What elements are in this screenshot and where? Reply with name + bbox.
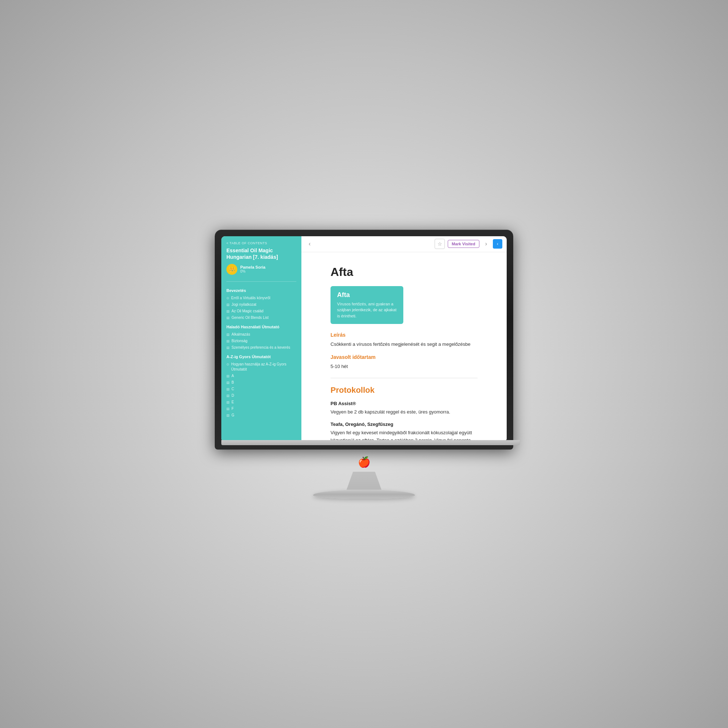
toolbar: ‹ ☆ Mark Visited › ‹ — [301, 236, 507, 252]
sidebar-item-a[interactable]: ▤ A — [226, 373, 296, 379]
doc-icon-11: ▤ — [226, 400, 230, 405]
sidebar-item-errol[interactable]: ⊙ Erről a Virtuális könyvről — [226, 295, 296, 301]
author-info: Pamela Soria 0% — [240, 265, 265, 273]
sidebar-item-d[interactable]: ▤ D — [226, 392, 296, 399]
doc-icon-5: ▤ — [226, 339, 230, 344]
avatar: 👑 — [226, 264, 237, 275]
stand-neck — [342, 472, 386, 490]
toolbar-right: ☆ Mark Visited › ‹ — [434, 239, 502, 249]
protocol-text-0: Vegyen be 2 db kapszulát reggel és este,… — [330, 408, 477, 416]
next-button[interactable]: › — [482, 239, 490, 249]
sidebar-item-oilmagic[interactable]: ▤ Az Oil Magic család — [226, 308, 296, 315]
nav-section-title-halado: Haladó Használati Útmutató — [226, 325, 296, 329]
nav-section-title-az: A-Z-ig Gyors Útmutatót — [226, 355, 296, 359]
circle-icon-2: ⊙ — [226, 362, 229, 367]
doc-icon-12: ▤ — [226, 407, 230, 411]
sidebar-item-e[interactable]: ▤ E — [226, 399, 296, 405]
protocol-name-1: Teafa, Oregánó, Szegfűszeg — [330, 422, 477, 427]
doc-icon-9: ▤ — [226, 387, 230, 392]
doc-icon-10: ▤ — [226, 393, 230, 398]
monitor-bezel: < TABLE OF CONTENTS Essential Oil Magic … — [221, 236, 507, 440]
sidebar-item-f[interactable]: ▤ F — [226, 405, 296, 412]
nav-section-title-bevezetes: Bevezetés — [226, 288, 296, 293]
toc-label-text: < TABLE OF CONTENTS — [226, 241, 267, 245]
stand-base — [313, 490, 415, 499]
doc-icon-13: ▤ — [226, 413, 230, 418]
crown-icon: 👑 — [229, 266, 235, 272]
app-window: < TABLE OF CONTENTS Essential Oil Magic … — [221, 236, 507, 440]
author-name: Pamela Soria — [240, 265, 265, 269]
bookmark-button[interactable]: ☆ — [434, 239, 445, 249]
sidebar-header: < TABLE OF CONTENTS Essential Oil Magic … — [221, 236, 301, 278]
sidebar-item-g[interactable]: ▤ G — [226, 412, 296, 419]
sidebar-item-biztonsag[interactable]: ▤ Biztonság — [226, 338, 296, 344]
monitor-screen-outer: < TABLE OF CONTENTS Essential Oil Magic … — [215, 230, 513, 450]
definition-card: Afta Vírusos fertőzés, ami gyakran a szá… — [330, 286, 403, 324]
mark-visited-button[interactable]: Mark Visited — [448, 240, 479, 248]
doc-icon-2: ▤ — [226, 309, 230, 314]
sidebar-divider — [226, 281, 296, 282]
prev-button[interactable]: ‹ — [306, 239, 314, 249]
doc-icon-4: ▤ — [226, 332, 230, 337]
toc-label: < TABLE OF CONTENTS — [226, 241, 296, 245]
doc-icon-8: ▤ — [226, 380, 230, 385]
sidebar-toggle-button[interactable]: ‹ — [493, 239, 502, 249]
page-title: Afta — [330, 265, 477, 279]
javasolt-text: 5-10 hét — [330, 363, 477, 370]
protocol-name-0: PB Assist® — [330, 401, 477, 406]
section-divider — [330, 378, 477, 378]
main-area: ‹ ☆ Mark Visited › ‹ — [301, 236, 507, 440]
sidebar-item-jogi[interactable]: ▤ Jogi nyilatkozat — [226, 301, 296, 308]
author-progress: 0% — [240, 269, 265, 273]
sidebar-nav: Bevezetés ⊙ Erről a Virtuális könyvről ▤… — [221, 284, 301, 440]
sidebar-item-b[interactable]: ▤ B — [226, 379, 296, 386]
book-title: Essential Oil Magic Hungarian [7. kiadás… — [226, 247, 296, 260]
circle-icon: ⊙ — [226, 296, 229, 301]
apple-logo: 🍎 — [358, 456, 370, 468]
monitor-wrapper: < TABLE OF CONTENTS Essential Oil Magic … — [215, 230, 513, 499]
doc-icon: ▤ — [226, 303, 230, 307]
toolbar-left: ‹ — [306, 239, 314, 249]
author-row: 👑 Pamela Soria 0% — [226, 264, 296, 275]
doc-icon-6: ▤ — [226, 346, 230, 350]
definition-card-title: Afta — [337, 291, 397, 299]
sidebar-item-alkalmazas[interactable]: ▤ Alkalmazás — [226, 331, 296, 338]
leiras-text: Csökkenti a vírusos fertőzés megjelenésé… — [330, 341, 477, 348]
toggle-icon: ‹ — [497, 241, 498, 246]
protokollok-title: Protokollok — [330, 385, 477, 395]
doc-icon-7: ▤ — [226, 374, 230, 379]
sidebar-item-c[interactable]: ▤ C — [226, 386, 296, 392]
sidebar-item-hogyan[interactable]: ⊙ Hogyan használja az A-Z-ig Gyors Útmut… — [226, 361, 296, 373]
doc-icon-3: ▤ — [226, 316, 230, 320]
apple-logo-icon: 🍎 — [358, 456, 370, 468]
protocol-text-1: Vigyen fel egy keveset mindegyikből frak… — [330, 429, 477, 440]
leiras-label: Leírás — [330, 332, 477, 338]
content-area: Afta Afta Vírusos fertőzés, ami gyakran … — [301, 252, 507, 440]
javasolt-label: Javasolt időtartam — [330, 354, 477, 360]
sidebar-item-szemelyes[interactable]: ▤ Személyes preferencia és a keverés — [226, 344, 296, 351]
monitor-chin — [221, 440, 520, 445]
sidebar: < TABLE OF CONTENTS Essential Oil Magic … — [221, 236, 301, 440]
bookmark-icon: ☆ — [437, 241, 442, 247]
sidebar-item-generic[interactable]: ▤ Generic Oil Blends List — [226, 315, 296, 321]
definition-card-text: Vírusos fertőzés, ami gyakran a szájban … — [337, 301, 397, 319]
